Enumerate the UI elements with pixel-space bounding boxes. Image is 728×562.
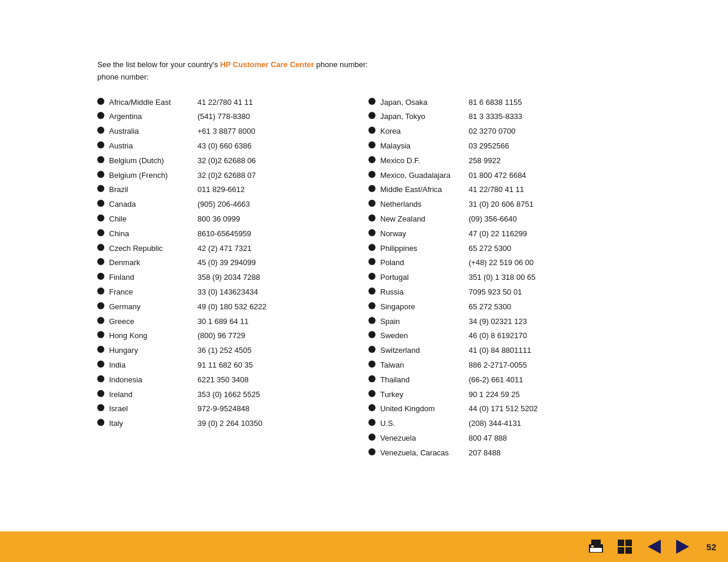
- bullet-icon: [368, 258, 375, 265]
- list-item: Korea 02 3270 0700: [368, 125, 631, 138]
- phone-number: 30 1 689 64 11: [197, 316, 249, 328]
- main-content: See the list below for your country's HP…: [0, 0, 728, 531]
- intro-after: phone number:: [314, 60, 368, 69]
- list-item: Greece 30 1 689 64 11: [97, 316, 345, 328]
- phone-number: 81 6 6838 1155: [469, 97, 522, 109]
- list-item: Russia 7095 923 50 01: [368, 286, 631, 299]
- phone-number: 8610-65645959: [197, 228, 251, 240]
- bullet-icon: [368, 171, 375, 178]
- phone-number: (+48) 22 519 06 00: [469, 257, 533, 269]
- list-item: Italy 39 (0) 2 264 10350: [97, 418, 345, 430]
- phone-number: 32 (0)2 62688 07: [197, 170, 256, 182]
- phone-number: 65 272 5300: [469, 243, 511, 255]
- country-name: France: [109, 286, 192, 299]
- country-name: Middle East/Africa: [380, 184, 463, 196]
- country-name: Belgium (Dutch): [109, 155, 192, 167]
- phone-number: (800) 96 7729: [197, 330, 245, 342]
- print-icon[interactable]: [587, 538, 605, 555]
- phone-number: 65 272 5300: [469, 301, 511, 313]
- country-name: Austria: [109, 140, 192, 153]
- bullet-icon: [97, 185, 104, 192]
- bullet-icon: [97, 273, 104, 280]
- country-name: Sweden: [380, 330, 463, 342]
- phone-number: 207 8488: [469, 447, 500, 459]
- phone-number: 02 3270 0700: [469, 125, 516, 138]
- bullet-icon: [97, 112, 104, 119]
- country-name: India: [109, 359, 192, 372]
- phone-number: 49 (0) 180 532 6222: [197, 301, 266, 313]
- home-icon[interactable]: [616, 538, 635, 555]
- phone-number: 358 (9) 2034 7288: [197, 272, 260, 284]
- phone-number: 32 (0)2 62688 06: [197, 155, 256, 167]
- phone-number: 800 36 0999: [197, 213, 240, 226]
- list-item: Poland (+48) 22 519 06 00: [368, 257, 631, 269]
- bullet-icon: [368, 127, 375, 134]
- bullet-icon: [368, 141, 375, 148]
- phone-number: (09) 356-6640: [469, 213, 517, 226]
- phone-number: 258 9922: [469, 155, 500, 167]
- bullet-icon: [368, 434, 375, 441]
- country-name: Israel: [109, 403, 192, 415]
- bullet-icon: [368, 375, 375, 382]
- list-item: Japan, Tokyo 81 3 3335-8333: [368, 111, 631, 123]
- right-column: Japan, Osaka 81 6 6838 1155 Japan, Tokyo…: [345, 97, 631, 462]
- country-name: Czech Republic: [109, 243, 192, 255]
- bullet-icon: [368, 229, 375, 236]
- list-item: Argentina (541) 778-8380: [97, 111, 345, 123]
- list-item: Belgium (Dutch) 32 (0)2 62688 06: [97, 155, 345, 167]
- bullet-icon: [97, 229, 104, 236]
- list-item: New Zealand (09) 356-6640: [368, 213, 631, 226]
- phone-number: 46 (0) 8 6192170: [469, 330, 527, 342]
- phone-number: 43 (0) 660 6386: [197, 140, 252, 153]
- bullet-icon: [97, 214, 104, 222]
- list-item: Spain 34 (9) 02321 123: [368, 316, 631, 328]
- list-item: Thailand (66-2) 661 4011: [368, 374, 631, 386]
- list-item: France 33 (0) 143623434: [97, 286, 345, 299]
- country-name: Canada: [109, 199, 192, 211]
- list-item: Hungary 36 (1) 252 4505: [97, 345, 345, 357]
- bullet-icon: [368, 185, 375, 192]
- bullet-icon: [368, 214, 375, 222]
- phone-number: 800 47 888: [469, 432, 507, 445]
- prev-button[interactable]: [645, 538, 663, 555]
- phone-number: +61 3 8877 8000: [197, 125, 255, 138]
- phone-number: 34 (9) 02321 123: [469, 316, 527, 328]
- country-name: Ireland: [109, 389, 192, 401]
- country-name: Finland: [109, 272, 192, 284]
- list-item: U.S. (208) 344-4131: [368, 418, 631, 430]
- phone-number: 6221 350 3408: [197, 374, 249, 386]
- country-name: United Kingdom: [380, 403, 463, 415]
- bullet-icon: [97, 171, 104, 178]
- country-name: Japan, Osaka: [380, 97, 463, 109]
- list-item: Malaysia 03 2952566: [368, 140, 631, 153]
- phone-number: 39 (0) 2 264 10350: [197, 418, 262, 430]
- country-name: Philippines: [380, 243, 463, 255]
- phone-number: 972-9-9524848: [197, 403, 249, 415]
- bullet-icon: [97, 361, 104, 368]
- phone-number: 351 (0) 1 318 00 65: [469, 272, 535, 284]
- country-name: Belgium (French): [109, 170, 192, 182]
- svg-rect-7: [618, 547, 624, 554]
- bullet-icon: [97, 141, 104, 148]
- list-item: Norway 47 (0) 22 116299: [368, 228, 631, 240]
- svg-rect-8: [625, 547, 632, 554]
- svg-marker-9: [648, 540, 661, 554]
- footer-bar: 52: [0, 531, 728, 562]
- country-name: Denmark: [109, 257, 192, 269]
- bullet-icon: [368, 404, 375, 411]
- bullet-icon: [97, 331, 104, 338]
- next-button[interactable]: [674, 538, 691, 555]
- phone-number: 90 1 224 59 25: [469, 389, 520, 401]
- list-item: Indonesia 6221 350 3408: [97, 374, 345, 386]
- phone-number: 41 22/780 41 11: [197, 97, 253, 109]
- list-item: Germany 49 (0) 180 532 6222: [97, 301, 345, 313]
- phone-number: 7095 923 50 01: [469, 286, 522, 299]
- bullet-icon: [368, 361, 375, 368]
- country-name: Mexico, Guadalajara: [380, 170, 463, 182]
- country-name: Singapore: [380, 301, 463, 313]
- country-name: Indonesia: [109, 374, 192, 386]
- country-name: Netherlands: [380, 199, 463, 211]
- phone-number: 45 (0) 39 294099: [197, 257, 256, 269]
- list-item: Venezuela 800 47 888: [368, 432, 631, 445]
- country-name: Taiwan: [380, 359, 463, 372]
